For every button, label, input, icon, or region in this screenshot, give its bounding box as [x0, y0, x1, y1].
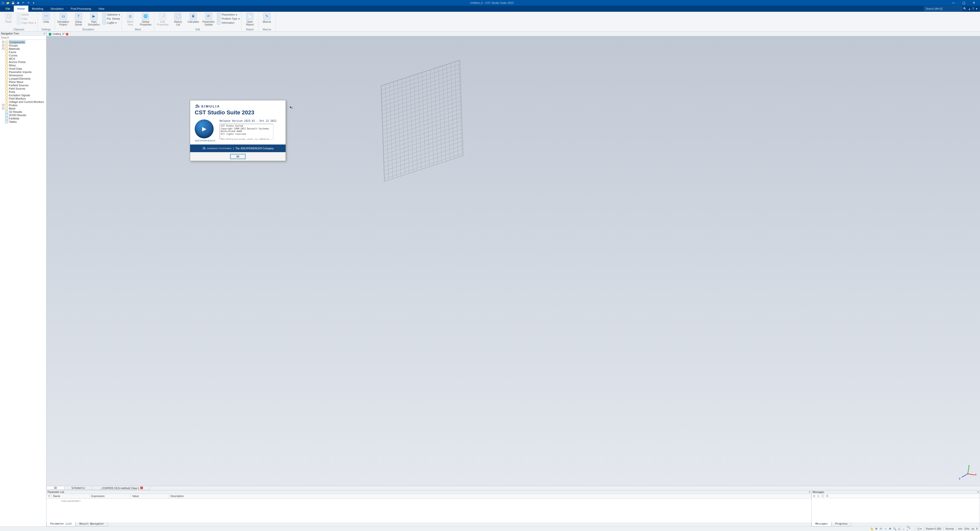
- nav-item-parametric-imports[interactable]: Parametric Imports: [0, 70, 46, 73]
- view-tab-cispr[interactable]: ...\CISPR25 CE(V-method) Class 1: [92, 486, 150, 490]
- ribbon-search[interactable]: Search (Alt+Q): [924, 6, 962, 11]
- filter-icon[interactable]: ▽: [46, 494, 52, 498]
- mesh-view-button[interactable]: ▦Mesh View: [123, 12, 137, 26]
- tab-post-processing[interactable]: Post-Processing: [67, 6, 95, 12]
- help-icon[interactable]: ?: [972, 7, 974, 10]
- maximize-button[interactable]: ▢: [959, 0, 969, 6]
- parameter-table[interactable]: ▽ Name Expression Value Description <new…: [46, 494, 811, 522]
- nav-item-excitation-signals[interactable]: Excitation Signals: [0, 93, 46, 97]
- start-simulation-button[interactable]: ▶Start Simulation: [87, 12, 101, 26]
- messages-body[interactable]: [811, 498, 980, 522]
- par-sweep-button[interactable]: Par. Sweep: [102, 17, 120, 21]
- nav-item-voxel-data[interactable]: Voxel Data: [0, 67, 46, 70]
- nav-item-farfield-sources[interactable]: Farfield Sources: [0, 83, 46, 87]
- expand-icon[interactable]: +: [2, 104, 4, 106]
- close-panel-icon[interactable]: ×: [809, 491, 810, 493]
- status-shape-icon[interactable]: ◳ ▾: [917, 528, 921, 530]
- nav-tree[interactable]: +Components+Groups+MaterialsFacesCurvesW…: [0, 40, 46, 526]
- close-tab-icon[interactable]: ×: [66, 33, 68, 35]
- nav-item-probes[interactable]: +Probes: [0, 104, 46, 107]
- nav-item-plane-wave[interactable]: Plane Wave: [0, 80, 46, 83]
- tool-icon[interactable]: ✥: [888, 527, 892, 531]
- list-icon[interactable]: ☰: [826, 494, 829, 497]
- error-filter-icon[interactable]: ⊘: [813, 494, 815, 497]
- undo-icon[interactable]: ↶: [21, 1, 25, 5]
- qat-dropdown-icon[interactable]: ▾: [32, 1, 35, 5]
- nav-item-voltage-and-current-monitors[interactable]: Voltage and Current Monitors: [0, 100, 46, 104]
- ok-button[interactable]: OK: [231, 154, 245, 159]
- nav-item-wcs[interactable]: WCS: [0, 57, 46, 60]
- save-icon[interactable]: 💾: [11, 1, 15, 5]
- view-tab-3d[interactable]: 3D: [46, 486, 64, 490]
- history-list-button[interactable]: 🕘History List: [171, 12, 185, 26]
- nav-item-field-sources[interactable]: Field Sources: [0, 87, 46, 90]
- close-button[interactable]: ✕: [969, 0, 979, 6]
- info-filter-icon[interactable]: ⓘ: [821, 494, 824, 498]
- search-icon[interactable]: 🔍: [963, 7, 967, 10]
- nav-search-input[interactable]: [0, 36, 46, 40]
- nav-item-1d-results[interactable]: 1D Results: [0, 110, 46, 113]
- paste-button[interactable]: 📋Paste: [2, 12, 15, 23]
- tab-result-navigator[interactable]: Result Navigator: [76, 522, 108, 526]
- tab-messages[interactable]: Messages: [811, 522, 832, 526]
- nav-item-tables[interactable]: Tables: [0, 120, 46, 123]
- nav-item-curves[interactable]: Curves: [0, 54, 46, 57]
- parameters-button[interactable]: Parameters ▾: [217, 13, 240, 16]
- tool-icon[interactable]: 🔍⁺: [907, 527, 910, 531]
- file-menu[interactable]: File: [2, 6, 14, 12]
- expand-icon[interactable]: +: [2, 107, 4, 110]
- document-tab[interactable]: Untitled_0* ×: [47, 32, 70, 36]
- tool-icon[interactable]: 🔍: [893, 527, 897, 531]
- nav-item-lumped-elements[interactable]: Lumped Elements: [0, 77, 46, 80]
- tab-view[interactable]: View: [95, 6, 108, 12]
- units-button[interactable]: 〰Units: [39, 12, 53, 23]
- redo-icon[interactable]: ↷: [27, 1, 30, 5]
- nav-item-anchor-points[interactable]: Anchor Points: [0, 60, 46, 64]
- nav-item-ports[interactable]: Ports: [0, 90, 46, 93]
- more-icon[interactable]: ▾: [976, 7, 977, 10]
- tab-modeling[interactable]: Modeling: [28, 6, 47, 12]
- tool-icon[interactable]: ⌕: [902, 527, 906, 531]
- new-icon[interactable]: ▢: [1, 1, 5, 5]
- nav-item-farfields[interactable]: Farfields: [0, 116, 46, 120]
- simulation-project-button[interactable]: 🗂Simulation Project: [56, 12, 70, 26]
- license-textbox[interactable]: CST Studio Suite® Copyright 1998-2022 Da…: [220, 124, 273, 140]
- tool-icon[interactable]: ⟳: [879, 527, 883, 531]
- tab-simulation[interactable]: Simulation: [47, 6, 67, 12]
- global-properties-button[interactable]: 🌐Global Properties: [138, 12, 152, 26]
- new-parameter-placeholder[interactable]: <new parameter>: [46, 499, 811, 504]
- open-icon[interactable]: 📂: [6, 1, 10, 5]
- close-panel-icon[interactable]: ×: [977, 491, 979, 493]
- problem-type-button[interactable]: Problem Type ▾: [217, 17, 240, 21]
- copy-button[interactable]: Copy: [17, 17, 36, 21]
- tool-icon[interactable]: ◻: [897, 527, 901, 531]
- nav-item-field-monitors[interactable]: Field Monitors: [0, 97, 46, 100]
- copy-view-button[interactable]: Copy View ▾: [17, 21, 36, 24]
- edit-properties-button[interactable]: 📝Edit Properties: [156, 12, 169, 26]
- col-expression[interactable]: Expression: [90, 494, 130, 498]
- close-icon[interactable]: [140, 486, 143, 489]
- nav-item-materials[interactable]: +Materials: [0, 47, 46, 50]
- tool-icon[interactable]: 👆: [870, 527, 873, 531]
- view-tab-schematic[interactable]: Schematic: [64, 486, 93, 490]
- tab-progress[interactable]: Progress: [832, 522, 851, 526]
- tool-icon[interactable]: ⤾: [884, 527, 887, 531]
- tab-parameter-list[interactable]: Parameter List: [46, 522, 76, 526]
- expand-icon[interactable]: +: [2, 48, 4, 50]
- optimizer-button[interactable]: Optimizer ▾: [102, 13, 120, 16]
- nav-item-groups[interactable]: +Groups: [0, 44, 46, 47]
- parametric-update-button[interactable]: ⟳Parametric Update: [202, 12, 215, 26]
- nav-item-mesh[interactable]: +Mesh: [0, 107, 46, 110]
- col-value[interactable]: Value: [130, 494, 169, 498]
- nav-item-components[interactable]: +Components: [0, 40, 46, 44]
- nav-item-wires[interactable]: Wires: [0, 64, 46, 67]
- nav-search[interactable]: [0, 36, 46, 40]
- minimize-button[interactable]: —: [948, 0, 959, 6]
- calculator-button[interactable]: 🖩Calculator: [186, 12, 200, 23]
- nav-item-faces[interactable]: Faces: [0, 50, 46, 54]
- 3d-viewport[interactable]: x y z ℬsSIMULIA CST Studio Suite 2023 ▶ …: [46, 36, 980, 486]
- information-button[interactable]: Information: [217, 21, 240, 24]
- nav-item-2d-3d-results[interactable]: 2D/3D Results: [0, 113, 46, 116]
- print-icon[interactable]: 🖶: [16, 1, 20, 5]
- col-description[interactable]: Description: [169, 494, 811, 498]
